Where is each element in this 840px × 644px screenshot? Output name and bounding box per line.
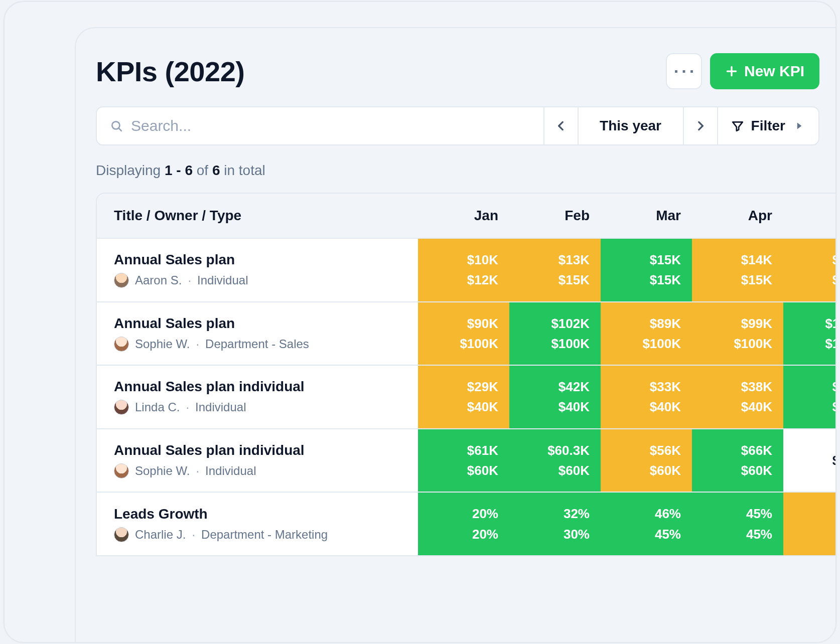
kpi-value-cell[interactable]: 46%50% [783, 492, 836, 556]
kpi-type: Department - Marketing [201, 528, 328, 542]
kpi-title-cell[interactable]: Annual Sales planAaron S.·Individual [97, 238, 418, 302]
table-row[interactable]: Leads GrowthCharlie J.·Department - Mark… [97, 492, 836, 556]
avatar [114, 527, 129, 542]
col-month[interactable]: Mar [601, 194, 692, 238]
kpi-target: $15K [703, 270, 772, 290]
range-next-button[interactable] [683, 107, 717, 144]
more-options-button[interactable]: ··· [666, 53, 702, 89]
table-row[interactable]: Annual Sales planAaron S.·Individual$10K… [97, 238, 836, 302]
main-panel: KPIs (2022) ··· New KPI This year [75, 27, 836, 643]
kpi-value-cell[interactable]: $42K$40K [509, 365, 601, 429]
date-range-label: This year [600, 118, 661, 134]
table-row[interactable]: Annual Sales planSophie W.·Department - … [97, 302, 836, 366]
kpi-owner: Sophie W. [135, 464, 190, 478]
kpi-name: Annual Sales plan individual [114, 442, 401, 458]
kpi-value-cell[interactable]: $60K [783, 429, 836, 493]
chevron-left-icon [554, 119, 568, 132]
kpi-owner: Charlie J. [135, 528, 186, 542]
table-row[interactable]: Annual Sales plan individualSophie W.·In… [97, 429, 836, 493]
col-month[interactable]: Feb [509, 194, 601, 238]
kpi-value-cell[interactable]: $90K$100K [418, 302, 509, 366]
plus-icon [725, 65, 738, 78]
kpi-value-cell[interactable]: 20%20% [418, 492, 509, 556]
kpi-value-cell[interactable]: $56K$60K [601, 429, 692, 493]
kpi-actual: 32% [520, 504, 590, 524]
col-month[interactable]: Apr [692, 194, 783, 238]
kpi-value-cell[interactable]: $10K$12K [418, 238, 509, 302]
kpi-target: 30% [520, 524, 590, 544]
kpi-value-cell[interactable]: $89K$100K [601, 302, 692, 366]
date-range-button[interactable]: This year [578, 107, 683, 144]
kpi-title-cell[interactable]: Annual Sales planSophie W.·Department - … [97, 302, 418, 366]
kpi-title-cell[interactable]: Leads GrowthCharlie J.·Department - Mark… [97, 492, 418, 556]
search-container [97, 107, 543, 144]
kpi-target: $15K [612, 270, 681, 290]
kpi-target: $40K [612, 397, 681, 417]
kpi-title-cell[interactable]: Annual Sales plan individualSophie W.·In… [97, 429, 418, 493]
kpi-actual: 46% [794, 504, 836, 524]
kpi-target: 20% [429, 524, 498, 544]
avatar [114, 463, 129, 478]
search-icon [110, 119, 123, 132]
kpi-value-cell[interactable]: $29K$40K [418, 365, 509, 429]
kpi-actual: $42K [520, 377, 590, 397]
kpi-target: $60K [794, 450, 836, 470]
kpi-title-cell[interactable]: Annual Sales plan individualLinda C.·Ind… [97, 365, 418, 429]
filter-label: Filter [751, 118, 785, 134]
kpi-value-cell[interactable]: $66K$60K [692, 429, 783, 493]
kpi-value-cell[interactable]: $99K$100K [692, 302, 783, 366]
kpi-actual: $40K [794, 377, 836, 397]
kpi-value-cell[interactable]: 45%45% [692, 492, 783, 556]
header: KPIs (2022) ··· New KPI [96, 53, 836, 89]
kpi-value-cell[interactable]: $14K$15K [692, 238, 783, 302]
kpi-target: $40K [794, 397, 836, 417]
col-title[interactable]: Title / Owner / Type [97, 194, 418, 238]
kpi-value-cell[interactable]: $13K$15K [509, 238, 601, 302]
kpi-actual: $13K [520, 250, 590, 270]
filter-button[interactable]: Filter [717, 107, 818, 144]
kpi-actual: 20% [429, 504, 498, 524]
kpi-actual: 46% [612, 504, 681, 524]
kpi-target: $60K [429, 460, 498, 480]
kpi-target: $60K [520, 460, 590, 480]
kpi-name: Annual Sales plan [114, 252, 401, 268]
kpi-value-cell[interactable]: $60.3K$60K [509, 429, 601, 493]
kpi-value-cell[interactable]: 46%45% [601, 492, 692, 556]
range-prev-button[interactable] [543, 107, 578, 144]
kpi-value-cell[interactable]: $40K$40K [783, 365, 836, 429]
avatar [114, 400, 129, 415]
kpi-meta: Aaron S.·Individual [114, 273, 401, 288]
kpi-value-cell[interactable]: $61K$60K [418, 429, 509, 493]
col-month[interactable]: Jan [418, 194, 509, 238]
kpi-value-cell[interactable]: $33K$40K [601, 365, 692, 429]
table-row[interactable]: Annual Sales plan individualLinda C.·Ind… [97, 365, 836, 429]
separator-dot: · [188, 273, 191, 287]
kpi-type: Individual [205, 464, 256, 478]
kpi-value-cell[interactable]: $38K$40K [692, 365, 783, 429]
kpi-meta: Linda C.·Individual [114, 400, 401, 415]
kpi-value-cell[interactable]: $15K$15K [601, 238, 692, 302]
avatar [114, 273, 129, 288]
col-month[interactable]: May [783, 194, 836, 238]
kpi-target: $60K [703, 460, 772, 480]
kpi-table-container: Title / Owner / Type Jan Feb Mar Apr May… [96, 193, 836, 556]
kpi-actual: $15K [612, 250, 681, 270]
result-count: Displaying 1 - 6 of 6 in total [96, 163, 836, 179]
kpi-value-cell[interactable]: 32%30% [509, 492, 601, 556]
kpi-actual: $10K [429, 250, 498, 270]
kpi-meta: Sophie W.·Individual [114, 463, 401, 478]
kpi-meta: Charlie J.·Department - Marketing [114, 527, 401, 542]
kpi-value-cell[interactable]: $102K$100K [509, 302, 601, 366]
kpi-name: Annual Sales plan individual [114, 379, 401, 395]
kpi-value-cell[interactable]: $13K$16K [783, 238, 836, 302]
separator-dot: · [196, 464, 199, 478]
new-kpi-button[interactable]: New KPI [710, 53, 819, 89]
toolbar: This year Filter [96, 106, 819, 145]
separator-dot: · [192, 528, 195, 542]
kpi-actual: $56K [612, 440, 681, 460]
kpi-target: 50% [794, 524, 836, 544]
search-input[interactable] [131, 117, 530, 134]
kpi-actual: $29K [429, 377, 498, 397]
avatar [114, 337, 129, 352]
kpi-value-cell[interactable]: $110K$100K [783, 302, 836, 366]
